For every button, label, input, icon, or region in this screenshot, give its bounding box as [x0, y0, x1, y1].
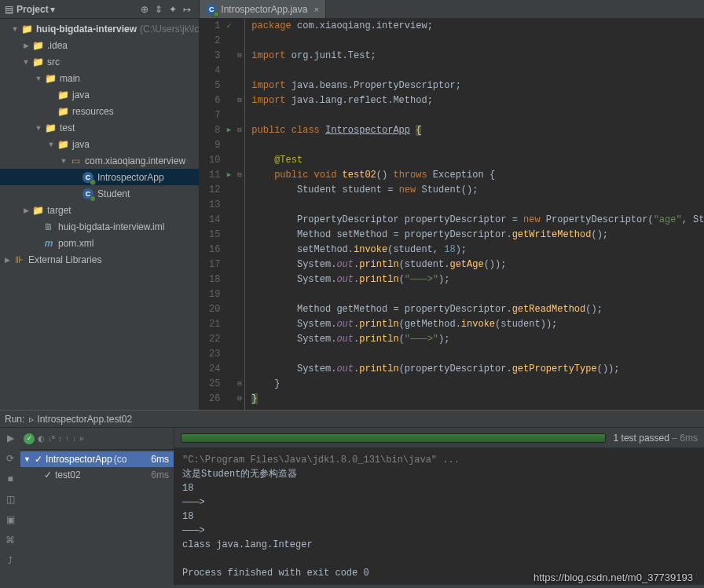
gear-icon[interactable]: ✦: [166, 2, 180, 16]
watermark: https://blog.csdn.net/m0_37739193: [534, 572, 693, 583]
tree-node[interactable]: ▶📁.idea: [0, 37, 199, 53]
run-tree-toolbar: ✓ ◐ ↓ª ↕ ↑ ↓ »: [20, 428, 174, 450]
tree-node[interactable]: 📁resources: [0, 103, 199, 119]
test-child-time: 6ms: [151, 469, 174, 480]
fold-column[interactable]: ⊟⊟⊟⊟⊟⊟: [234, 19, 245, 410]
test-progress-bar: [181, 433, 606, 443]
ok-badge-icon: ✓: [44, 469, 52, 480]
project-tree[interactable]: ▼📁huiq-bigdata-interview (C:\Users\jk\Ic…: [0, 19, 199, 410]
code-editor[interactable]: 1234567891011121314151617181920212223242…: [200, 19, 704, 410]
expand-icon[interactable]: ↕: [58, 434, 62, 443]
class-icon: C: [206, 4, 217, 15]
test-root-node[interactable]: ▼ ✓ IntrospectorApp (co 6ms: [20, 451, 174, 467]
run-title: Run:: [5, 414, 24, 425]
pin-icon[interactable]: ◫: [3, 492, 17, 506]
tree-node[interactable]: ▶⊪External Libraries: [0, 251, 199, 268]
console-output[interactable]: "C:\Program Files\Java\jdk1.8.0_131\bin\…: [174, 448, 704, 585]
run-target-icon: ▹: [29, 414, 34, 425]
run-target[interactable]: IntrospectorApp.test02: [37, 414, 132, 425]
run-header: Run: ▹ IntrospectorApp.test02: [0, 411, 704, 428]
tree-node[interactable]: mpom.xml: [0, 235, 199, 251]
tab-introspectorapp[interactable]: C IntrospectorApp.java ×: [200, 0, 326, 18]
tree-node[interactable]: CIntrospectorApp: [0, 169, 199, 185]
project-title[interactable]: Project: [16, 4, 49, 15]
toggle-icon[interactable]: ◐: [38, 434, 45, 443]
run-left-toolbar: ▶ ⟳ ■ ◫ ▣ ⌘ ⤴: [0, 428, 20, 585]
test-child-node[interactable]: ✓ test02 6ms: [20, 467, 174, 483]
prev-icon[interactable]: ↑: [65, 434, 69, 443]
tree-node[interactable]: ▼📁java: [0, 136, 199, 152]
tree-node[interactable]: ▼📁huiq-bigdata-interview (C:\Users\jk\Ic: [0, 20, 199, 37]
project-sidebar: ▤ Project ▾ ⊕ ⇕ ✦ ↦ ▼📁huiq-bigdata-inter…: [0, 0, 200, 410]
editor-tabs: C IntrospectorApp.java ×: [200, 0, 704, 19]
collapse-icon[interactable]: ⇕: [152, 2, 166, 16]
gutter-markers[interactable]: ✓▶▶: [223, 19, 234, 410]
hide-icon[interactable]: ↦: [180, 2, 194, 16]
tree-node[interactable]: ▼📁main: [0, 70, 199, 86]
editor-area: C IntrospectorApp.java × 123456789101112…: [200, 0, 704, 410]
stop-icon[interactable]: ■: [3, 472, 17, 486]
tree-node[interactable]: 🗎huiq-bigdata-interview.iml: [0, 218, 199, 235]
layout-icon[interactable]: ▣: [3, 513, 17, 527]
run-panel: Run: ▹ IntrospectorApp.test02 ▶ ⟳ ■ ◫ ▣ …: [0, 410, 704, 585]
tree-node[interactable]: ▼📁src: [0, 53, 199, 70]
console-area: 1 test passed – 6ms "C:\Program Files\Ja…: [174, 428, 704, 585]
more-icon[interactable]: »: [79, 434, 84, 443]
test-root-label: IntrospectorApp: [46, 454, 112, 465]
tree-node[interactable]: CStudent: [0, 185, 199, 202]
export-icon[interactable]: ⤴: [3, 553, 17, 568]
code-content[interactable]: package com.xiaoqiang.interview;import o…: [245, 19, 704, 410]
tree-node[interactable]: 📁java: [0, 86, 199, 103]
test-child-label: test02: [55, 469, 81, 480]
chevron-down-icon[interactable]: ▾: [50, 4, 55, 15]
test-status: 1 test passed – 6ms: [614, 433, 698, 444]
run-test-tree: ✓ ◐ ↓ª ↕ ↑ ↓ » ▼ ✓ IntrospectorApp (co 6…: [20, 428, 174, 585]
chevron-down-icon: ▼: [24, 455, 31, 463]
tab-label: IntrospectorApp.java: [221, 4, 307, 15]
tree-node[interactable]: ▼▭com.xiaoqiang.interview: [0, 152, 199, 169]
target-icon[interactable]: ⊕: [138, 2, 152, 16]
line-numbers: 1234567891011121314151617181920212223242…: [200, 19, 223, 410]
close-icon[interactable]: ×: [314, 5, 318, 14]
test-root-suffix: (co: [114, 454, 127, 465]
tree-node[interactable]: ▶📁target: [0, 202, 199, 218]
sort-icon[interactable]: ↓ª: [48, 434, 55, 443]
filter-icon[interactable]: ⌘: [3, 533, 17, 547]
ok-badge-icon: ✓: [35, 454, 42, 465]
rerun-icon[interactable]: ▶: [3, 431, 17, 445]
project-header: ▤ Project ▾ ⊕ ⇕ ✦ ↦: [0, 0, 199, 19]
tree-node[interactable]: ▼📁test: [0, 119, 199, 136]
debug-icon[interactable]: ⟳: [3, 451, 17, 466]
test-root-time: 6ms: [151, 454, 174, 465]
next-icon[interactable]: ↓: [72, 434, 76, 443]
project-icon: ▤: [5, 4, 13, 15]
ok-badge-icon[interactable]: ✓: [24, 433, 35, 444]
